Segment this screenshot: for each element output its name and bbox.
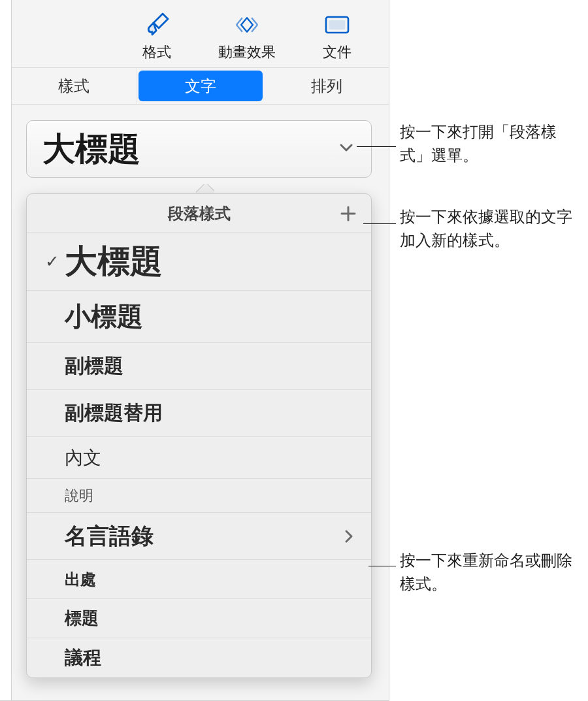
style-row-label: 小標題 xyxy=(65,299,359,334)
style-row-body[interactable]: 內文 xyxy=(27,437,371,479)
callout-add-style: 按一下來依據選取的文字加入新的樣式。 xyxy=(400,205,583,252)
style-row-label: 議程 xyxy=(65,645,359,670)
style-row-big-title[interactable]: ✓ 大標題 xyxy=(27,233,371,291)
paragraph-style-button[interactable]: 大標題 xyxy=(26,120,372,178)
style-row-caption[interactable]: 說明 xyxy=(27,479,371,513)
chevron-down-icon xyxy=(337,139,355,159)
paragraph-style-picker: 大標題 xyxy=(26,120,372,178)
callout-leader-line xyxy=(368,566,396,566)
callout-leader-line xyxy=(357,146,396,147)
inspector-toolbar: 格式 動畫效果 文件 xyxy=(12,0,389,68)
style-row-label: 名言語錄 xyxy=(65,521,338,551)
style-row-small-title[interactable]: 小標題 xyxy=(27,291,371,343)
paragraph-style-list: ✓ 大標題 小標題 副標題 副標題替用 內文 說明 xyxy=(27,233,371,677)
style-row-agenda[interactable]: 議程 xyxy=(27,638,371,677)
tab-style[interactable]: 樣式 xyxy=(12,68,137,104)
style-row-quote[interactable]: 名言語錄 xyxy=(27,513,371,560)
style-row-heading[interactable]: 標題 xyxy=(27,599,371,638)
style-row-label: 說明 xyxy=(65,486,359,506)
popover-arrow xyxy=(196,184,214,193)
callout-open-menu: 按一下來打開「段落樣式」選單。 xyxy=(400,120,583,167)
toolbar-document[interactable]: 文件 xyxy=(301,8,373,62)
style-row-label: 副標題 xyxy=(65,353,359,380)
popover-header: 段落樣式 xyxy=(27,194,371,233)
style-row-source[interactable]: 出處 xyxy=(27,560,371,599)
toolbar-document-label: 文件 xyxy=(323,42,351,62)
svg-rect-1 xyxy=(330,21,344,29)
inspector-panel: 格式 動畫效果 文件 xyxy=(0,0,389,701)
inspector-tabs: 樣式 文字 排列 xyxy=(12,68,389,105)
style-row-label: 副標題替用 xyxy=(65,400,359,427)
checkmark-icon: ✓ xyxy=(40,252,65,272)
toolbar-format[interactable]: 格式 xyxy=(121,8,193,62)
document-icon xyxy=(321,8,353,41)
toolbar-format-label: 格式 xyxy=(142,42,171,62)
paragraph-style-current: 大標題 xyxy=(42,127,140,171)
style-row-label: 內文 xyxy=(65,446,359,470)
style-row-label: 出處 xyxy=(65,569,359,590)
paintbrush-icon xyxy=(140,8,173,41)
callout-rename-delete: 按一下來重新命名或刪除樣式。 xyxy=(400,549,583,596)
style-row-subtitle-alt[interactable]: 副標題替用 xyxy=(27,390,371,437)
panel-left-gutter xyxy=(0,0,12,700)
chevron-right-icon[interactable] xyxy=(338,529,359,544)
tab-text[interactable]: 文字 xyxy=(139,71,263,101)
add-style-button[interactable] xyxy=(337,203,359,225)
toolbar-animation[interactable]: 動畫效果 xyxy=(211,8,283,62)
style-row-label: 大標題 xyxy=(65,240,359,284)
style-row-subtitle[interactable]: 副標題 xyxy=(27,343,371,390)
callout-leader-line xyxy=(363,223,396,224)
toolbar-animation-label: 動畫效果 xyxy=(218,42,276,62)
popover-title: 段落樣式 xyxy=(168,203,231,224)
tab-arrange[interactable]: 排列 xyxy=(264,68,389,104)
style-row-label: 標題 xyxy=(65,607,359,630)
paragraph-style-popover: 段落樣式 ✓ 大標題 小標題 副標題 副標題替用 xyxy=(26,193,372,678)
diamond-icon xyxy=(231,8,263,41)
